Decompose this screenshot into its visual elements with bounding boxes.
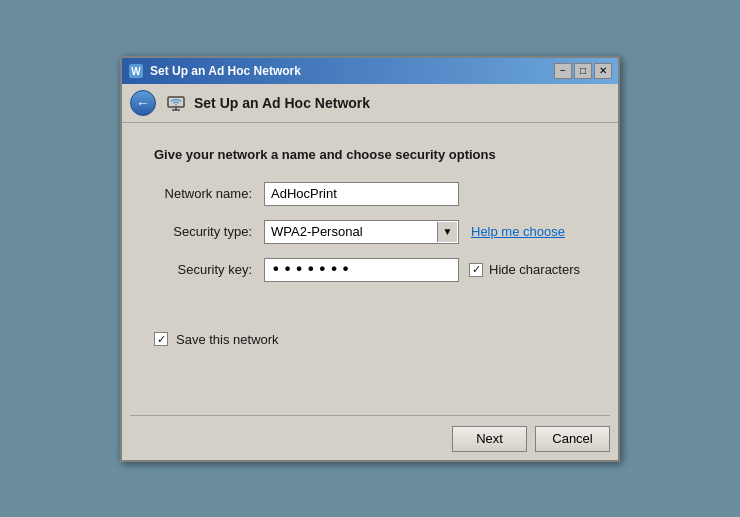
dialog-window: W Set Up an Ad Hoc Network − □ ✕ ← Set U…	[120, 56, 620, 462]
security-type-select[interactable]: No authentication (Open) WPA2-Personal W…	[264, 220, 459, 244]
form-container: Give your network a name and choose secu…	[122, 123, 618, 460]
button-row: Next Cancel	[122, 426, 618, 460]
maximize-button[interactable]: □	[574, 63, 592, 79]
hide-characters-checkbox[interactable]	[469, 263, 483, 277]
save-network-row: Save this network	[122, 316, 618, 355]
nav-title-text: Set Up an Ad Hoc Network	[194, 95, 370, 111]
network-name-row: Network name:	[154, 182, 586, 206]
network-name-label: Network name:	[154, 186, 264, 201]
security-type-label: Security type:	[154, 224, 264, 239]
nav-title: Set Up an Ad Hoc Network	[166, 93, 370, 113]
title-bar-text: Set Up an Ad Hoc Network	[150, 64, 301, 78]
back-button[interactable]: ←	[130, 90, 156, 116]
form-area: Give your network a name and choose secu…	[122, 123, 618, 316]
save-network-checkbox[interactable]	[154, 332, 168, 346]
window-icon: W	[128, 63, 144, 79]
security-key-input[interactable]	[264, 258, 459, 282]
nav-bar: ← Set Up an Ad Hoc Network	[122, 84, 618, 123]
network-icon	[166, 93, 186, 113]
hide-characters-group: Hide characters	[469, 262, 580, 277]
title-bar-left: W Set Up an Ad Hoc Network	[128, 63, 301, 79]
save-network-label: Save this network	[176, 332, 279, 347]
svg-point-5	[175, 103, 177, 105]
close-button[interactable]: ✕	[594, 63, 612, 79]
security-type-row: Security type: No authentication (Open) …	[154, 220, 586, 244]
network-name-input[interactable]	[264, 182, 459, 206]
title-bar-controls: − □ ✕	[554, 63, 612, 79]
security-type-wrapper: No authentication (Open) WPA2-Personal W…	[264, 220, 459, 244]
spacer	[122, 355, 618, 415]
minimize-button[interactable]: −	[554, 63, 572, 79]
hide-characters-label: Hide characters	[489, 262, 580, 277]
title-bar: W Set Up an Ad Hoc Network − □ ✕	[122, 58, 618, 84]
help-link[interactable]: Help me choose	[471, 224, 565, 239]
next-button[interactable]: Next	[452, 426, 527, 452]
separator	[130, 415, 610, 416]
svg-text:W: W	[131, 66, 141, 77]
form-header: Give your network a name and choose secu…	[154, 147, 586, 162]
cancel-button[interactable]: Cancel	[535, 426, 610, 452]
security-key-row: Security key: Hide characters	[154, 258, 586, 282]
security-key-label: Security key:	[154, 262, 264, 277]
